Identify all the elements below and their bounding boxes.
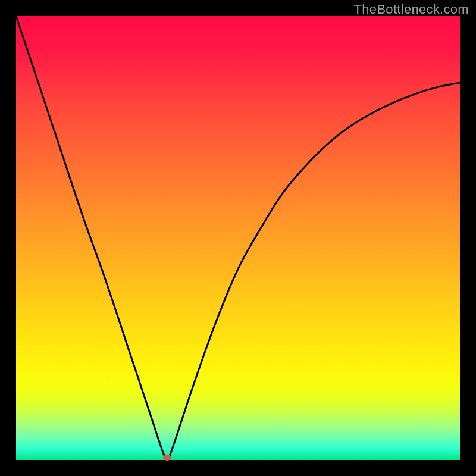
curve-svg — [16, 16, 460, 460]
watermark-text: TheBottleneck.com — [354, 2, 469, 17]
bottleneck-curve-path — [16, 16, 460, 459]
optimum-marker — [163, 455, 171, 461]
plot-area — [16, 16, 460, 460]
chart-frame: TheBottleneck.com — [0, 0, 476, 476]
